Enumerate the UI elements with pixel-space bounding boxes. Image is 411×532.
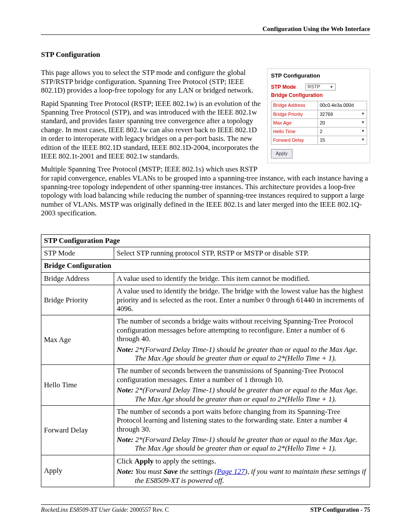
page-127-link[interactable]: Page 127 (217, 467, 245, 476)
row-forward-delay-cell: The number of seconds a port waits befor… (114, 405, 370, 455)
note-text: You must Save the settings (Page 127), i… (135, 467, 366, 484)
page-header: Configuration Using the Web Interface (41, 25, 370, 35)
figure-apply-button[interactable]: Apply (271, 149, 293, 158)
row-bridge-priority-desc: A value used to identify the bridge. The… (114, 285, 370, 315)
chevron-down-icon: ▼ (361, 137, 365, 143)
row-max-age-desc: The number of seconds a bridge waits wit… (117, 317, 367, 343)
row-max-age-note: Note: 2*(Forward Delay Time-1) should be… (117, 345, 367, 363)
figure-prio-value: 32768 (320, 112, 333, 117)
row-max-age-cell: The number of seconds a bridge waits wit… (114, 315, 370, 365)
figure-hello-label: Hello Time (271, 127, 318, 136)
apply-note-bold: Save (163, 467, 177, 476)
row-bridge-priority-label: Bridge Priority (41, 285, 114, 315)
row-stp-mode-desc: Select STP running protocol STP, RSTP or… (114, 247, 370, 260)
row-hello-time-cell: The number of seconds between the transm… (114, 365, 370, 406)
footer-left: RocketLinx ES8509-XT User Guide: 2000557… (41, 507, 169, 514)
apply-note-mid: the settings ( (178, 467, 217, 476)
row-forward-delay-note: Note: 2*(Forward Delay Time-1) should be… (117, 436, 367, 453)
note-label: Note: (117, 386, 134, 394)
row-apply-label: Apply (41, 455, 114, 487)
stp-config-screenshot: STP Configuration STP Mode RSTP ▼ Bridge… (267, 68, 370, 163)
note-label: Note: (117, 345, 134, 354)
max-age-select[interactable]: 20 ▼ (318, 118, 367, 127)
header-text: Configuration Using the Web Interface (262, 25, 370, 32)
figure-addr-label: Bridge Address (271, 101, 318, 110)
section-heading: STP Configuration (41, 50, 370, 59)
chevron-down-icon: ▼ (361, 129, 365, 134)
note-text: 2*(Forward Delay Time-1) should be great… (135, 386, 357, 403)
row-hello-time-note: Note: 2*(Forward Delay Time-1) should be… (117, 386, 367, 404)
figure-title: STP Configuration (271, 72, 367, 79)
apply-note-pre: You must (135, 467, 164, 476)
figure-prio-label: Bridge Priority (271, 110, 318, 118)
apply-desc-pre: Click (117, 457, 134, 465)
figure-bridge-table: Bridge Address 00c0.4e3a.000d Bridge Pri… (271, 101, 367, 145)
figure-hello-value: 2 (320, 129, 322, 134)
row-hello-time-label: Hello Time (41, 365, 114, 406)
stp-config-table: STP Configuration Page STP Mode Select S… (41, 234, 370, 487)
note-text: 2*(Forward Delay Time-1) should be great… (135, 436, 357, 452)
row-apply-desc: Click Apply to apply the settings. (117, 457, 367, 466)
row-bridge-address-desc: A value used to identify the bridge. Thi… (114, 272, 370, 285)
footer-left-italic: RocketLinx ES8509-XT User Guide (41, 507, 127, 513)
row-apply-note: Note: You must Save the settings (Page 1… (117, 467, 367, 485)
row-stp-mode-label: STP Mode (41, 247, 114, 260)
page-footer: RocketLinx ES8509-XT User Guide: 2000557… (41, 504, 370, 514)
figure-addr-value: 00c0.4e3a.000d (318, 101, 367, 110)
row-apply-cell: Click Apply to apply the settings. Note:… (114, 455, 370, 487)
apply-desc-bold: Apply (134, 457, 153, 465)
apply-desc-post: to apply the settings. (154, 457, 216, 465)
table-title: STP Configuration Page (41, 234, 370, 247)
row-bridge-address-label: Bridge Address (41, 272, 114, 285)
chevron-down-icon: ▼ (361, 112, 365, 117)
figure-bridge-header: Bridge Configuration (271, 92, 367, 98)
note-label: Note: (117, 467, 134, 476)
figure-fwd-value: 15 (320, 137, 325, 143)
row-hello-time-desc: The number of seconds between the transm… (117, 367, 367, 384)
forward-delay-select[interactable]: 15 ▼ (318, 136, 367, 145)
bridge-priority-select[interactable]: 32768 ▼ (318, 110, 367, 118)
note-label: Note: (117, 436, 134, 444)
footer-right: STP Configuration - 75 (310, 507, 370, 514)
figure-fwd-label: Forward Delay (271, 136, 318, 145)
stp-mode-value: RSTP (308, 84, 320, 90)
figure-maxage-value: 20 (320, 120, 325, 126)
hello-time-select[interactable]: 2 ▼ (318, 127, 367, 136)
chevron-down-icon: ▼ (330, 85, 333, 90)
footer-left-rest: : 2000557 Rev. C (127, 507, 169, 513)
row-bridge-config-hdr: Bridge Configuration (41, 260, 370, 272)
chevron-down-icon: ▼ (361, 120, 365, 126)
stp-mode-select[interactable]: RSTP ▼ (305, 84, 336, 90)
note-text: 2*(Forward Delay Time-1) should be great… (135, 345, 357, 362)
figure-mode-label: STP Mode (271, 84, 305, 90)
row-max-age-label: Max Age (41, 315, 114, 365)
paragraph-3: Multiple Spanning Tree Protocol (MSTP; I… (41, 165, 370, 218)
row-forward-delay-label: Forward Delay (41, 405, 114, 455)
figure-maxage-label: Max Age (271, 118, 318, 127)
row-forward-delay-desc: The number of seconds a port waits befor… (117, 408, 367, 434)
